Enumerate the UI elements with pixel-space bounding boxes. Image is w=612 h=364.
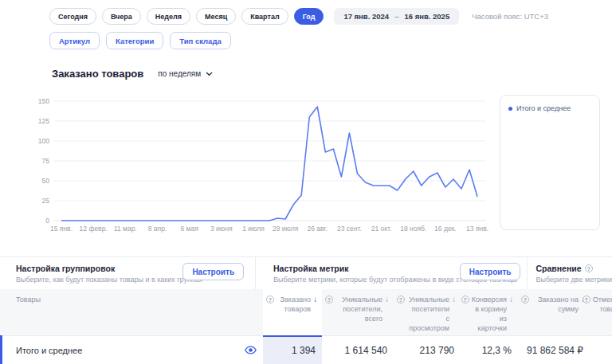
row-value-cell-0[interactable]: 1 394 [263, 335, 322, 364]
series-line [61, 107, 477, 221]
column-header-5[interactable]: ?Отменено товаров↓ [590, 289, 612, 335]
row-selection-accent [0, 335, 2, 364]
chevron-down-icon [206, 72, 213, 76]
column-header-label: Заказано на сумму [532, 295, 579, 335]
x-tick-label: 3 июня [210, 225, 233, 233]
column-header-label: Конверсия в корзину из карточки товара [472, 295, 507, 335]
granularity-value: по неделям [158, 69, 201, 78]
sort-arrow-icon[interactable]: ↓ [452, 296, 456, 335]
config-section: Настройка группировок Выберите, как буду… [0, 257, 612, 289]
sort-arrow-icon[interactable]: ↓ [313, 296, 317, 335]
comparison-title-text: Сравнение [536, 264, 581, 273]
help-icon[interactable]: ? [266, 296, 274, 303]
timezone-label: Часовой пояс: UTC+3 [472, 12, 548, 21]
date-range-picker[interactable]: 17 янв. 2024 – 16 янв. 2025 [334, 8, 459, 25]
y-tick-label: 0 [45, 217, 49, 225]
x-tick-label: 26 авг. [308, 225, 328, 233]
grouping-config-panel: Настройка группировок Выберите, как буду… [0, 257, 255, 289]
date-range-start: 17 янв. 2024 [343, 12, 389, 21]
x-tick-label: 15 янв. [50, 225, 73, 233]
chart-header: Заказано товаров по неделям [52, 68, 213, 80]
sort-arrow-icon[interactable]: ↓ [509, 296, 513, 335]
chart-title: Заказано товаров [52, 68, 143, 80]
metrics-config-panel: Настройка метрик Выберите метрики, котор… [255, 257, 527, 289]
row-value-cell-3[interactable]: 12,3 % [461, 335, 518, 364]
y-tick-label: 100 [38, 137, 49, 145]
x-tick-label: 16 дек. [434, 225, 457, 233]
x-tick-label: 21 окт. [371, 225, 392, 233]
help-icon[interactable]: ? [521, 296, 529, 303]
date-range-separator: – [394, 12, 398, 21]
column-header-label: Уникальные посетители с просмотром карто… [407, 295, 449, 335]
x-tick-label: 13 янв. [466, 225, 488, 233]
x-tick-label: 18 нояб. [400, 225, 426, 233]
x-tick-label: 1 июля [242, 225, 265, 233]
row-name: Итого и среднее [16, 346, 82, 355]
column-header-label: Заказано товаров [277, 295, 311, 335]
x-tick-label: 29 июля [273, 225, 299, 233]
legend-item[interactable]: Итого и среднее [508, 104, 591, 112]
x-tick-label: 11 мар. [114, 225, 137, 233]
table-row: Итого и среднее1 3941 614 540213 79012,3… [0, 335, 612, 364]
period-pill-неделя[interactable]: Неделя [147, 8, 190, 25]
x-tick-label: 8 апр. [148, 225, 167, 233]
y-tick-label: 25 [42, 197, 50, 205]
comparison-subtitle: Выберите две метрики [536, 276, 612, 284]
help-icon[interactable]: ? [583, 296, 590, 303]
column-header-1[interactable]: ?Уникальные посетители, всего↓ [322, 289, 394, 335]
help-icon[interactable]: ? [397, 296, 405, 303]
column-header-label: Отменено товаров [593, 295, 612, 335]
period-pill-месяц[interactable]: Месяц [196, 8, 236, 25]
grouping-configure-button[interactable]: Настроить [182, 263, 244, 280]
column-header-products[interactable]: Товары [0, 289, 263, 335]
dimension-filter-row: АртикулКатегорииТип склада [49, 32, 237, 49]
comparison-panel: Сравнение ? Выберите две метрики [527, 257, 612, 289]
period-pill-квартал[interactable]: Квартал [241, 8, 288, 25]
chart-legend: Итого и среднее [500, 95, 600, 230]
period-pills: СегодняВчераНеделяМесяцКварталГод [49, 8, 329, 25]
x-tick-label: 6 мая [181, 225, 199, 233]
help-icon[interactable]: ? [325, 296, 333, 303]
visibility-eye-icon[interactable] [245, 346, 257, 354]
table-header-row: Товары?Заказано товаров↓?Уникальные посе… [0, 289, 612, 335]
help-icon[interactable]: ? [461, 296, 469, 303]
help-icon[interactable]: ? [585, 264, 593, 272]
y-tick-label: 125 [38, 117, 49, 125]
comparison-title: Сравнение ? [536, 264, 612, 273]
row-value-cell-1[interactable]: 1 614 540 [322, 335, 394, 364]
date-range-end: 16 янв. 2025 [404, 12, 449, 21]
x-tick-label: 12 февр. [80, 225, 108, 233]
column-header-0[interactable]: ?Заказано товаров↓ [263, 289, 322, 335]
dimension-pill-2[interactable]: Тип склада [170, 32, 230, 49]
legend-dot-icon [508, 107, 512, 111]
orders-line-chart: 025507510012515015 янв.12 февр.11 мар.8 … [24, 94, 490, 239]
y-tick-label: 50 [42, 177, 50, 185]
row-value-cell-5[interactable] [590, 335, 612, 364]
period-pill-сегодня[interactable]: Сегодня [49, 8, 96, 25]
dimension-pill-0[interactable]: Артикул [49, 32, 100, 49]
chart-svg: 025507510012515015 янв.12 февр.11 мар.8 … [24, 94, 490, 236]
sort-arrow-icon[interactable]: ↓ [385, 296, 389, 335]
row-value-cell-4[interactable]: 91 862 584 ₽ [518, 335, 590, 364]
granularity-dropdown[interactable]: по неделям [158, 69, 213, 78]
column-header-4[interactable]: ?Заказано на сумму↓ [518, 289, 590, 335]
period-pill-год[interactable]: Год [294, 8, 324, 25]
row-value-cell-2[interactable]: 213 790 [394, 335, 461, 364]
legend-label: Итого и среднее [516, 104, 571, 112]
column-header-label: Уникальные посетители, всего [335, 295, 382, 335]
period-filter-row: СегодняВчераНеделяМесяцКварталГод 17 янв… [49, 8, 548, 25]
column-header-2[interactable]: ?Уникальные посетители с просмотром карт… [394, 289, 461, 335]
row-name-cell[interactable]: Итого и среднее [0, 335, 263, 364]
y-tick-label: 75 [42, 157, 50, 165]
y-tick-label: 150 [38, 97, 49, 105]
x-tick-label: 23 сент. [337, 225, 362, 233]
dimension-pill-1[interactable]: Категории [106, 32, 163, 49]
period-pill-вчера[interactable]: Вчера [102, 8, 141, 25]
column-header-3[interactable]: ?Конверсия в корзину из карточки товара↓ [461, 289, 518, 335]
metrics-configure-button[interactable]: Настроить [460, 263, 521, 280]
analytics-page: СегодняВчераНеделяМесяцКварталГод 17 янв… [0, 0, 612, 364]
column-header-products-label: Товары [16, 295, 41, 335]
